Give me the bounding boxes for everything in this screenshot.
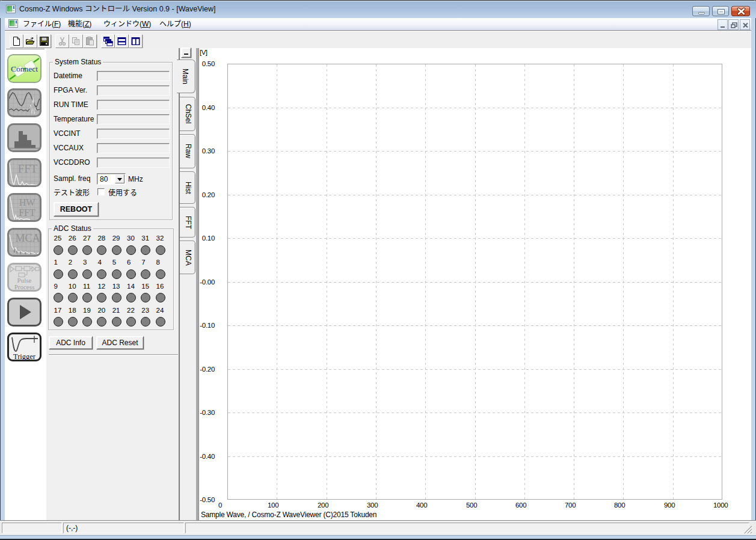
pulse-label-line2: Process (14, 283, 35, 290)
menu-window-close: ) (149, 20, 151, 28)
hw-fft-button[interactable]: HW FFT (7, 193, 41, 222)
close-button[interactable] (731, 6, 750, 16)
tab-mca[interactable]: MCA (180, 241, 195, 274)
hw-text: HW (19, 197, 36, 207)
menu-help-close: ) (189, 20, 191, 28)
y-tick-label: -0.40 (187, 453, 215, 460)
adc-channel-label: 8 (156, 259, 160, 266)
trigger-button[interactable]: Trigger (7, 333, 41, 361)
adc-channel-label: 19 (83, 307, 91, 314)
vccddro-label: VCCDDRO (54, 158, 90, 168)
paste-button[interactable] (83, 34, 97, 48)
adc-channel-label: 30 (127, 235, 135, 242)
tile-horizontal-icon (117, 36, 127, 46)
sampl-freq-combobox[interactable]: 80 (97, 173, 126, 185)
menu-function-label: 機能( (68, 20, 85, 28)
minimize-button[interactable] (692, 6, 710, 16)
x-tick-label: 200 (318, 502, 328, 509)
waveform-button[interactable] (7, 88, 41, 117)
tab-fft[interactable]: FFT (180, 207, 195, 238)
resize-grip-icon (743, 524, 752, 534)
adc-channel-label: 13 (112, 283, 120, 290)
cut-button[interactable] (55, 34, 69, 48)
mca-button[interactable]: MCA (7, 228, 41, 257)
pulse-process-button[interactable]: PulseProcess (7, 263, 41, 292)
fpga-ver-label: FPGA Ver. (54, 85, 87, 96)
waveform-icon (9, 90, 40, 115)
pulse-process-label: PulseProcess (9, 277, 40, 290)
run-time-field[interactable] (97, 100, 170, 110)
histogram-button[interactable] (7, 123, 41, 152)
cascade-button[interactable] (101, 34, 115, 48)
fpga-ver-field[interactable] (97, 85, 170, 96)
adc-channel-indicator (82, 293, 92, 302)
y-tick-label: 0.20 (187, 191, 215, 198)
play-button[interactable] (7, 298, 41, 327)
tile-vertical-button[interactable] (129, 34, 143, 48)
y-tick-label: -0.20 (187, 366, 215, 373)
mdi-close-button[interactable] (740, 19, 750, 30)
tile-horizontal-button[interactable] (115, 34, 129, 48)
vccaux-field[interactable] (97, 143, 170, 153)
adc-channel-label: 6 (127, 259, 131, 266)
adc-channel-label: 14 (127, 283, 135, 290)
combo-dropdown-button[interactable] (115, 174, 124, 183)
resize-grip[interactable] (743, 524, 752, 536)
adc-channel-label: 18 (69, 307, 76, 314)
open-button[interactable] (23, 34, 37, 48)
hw-fft-text: FFT (19, 207, 35, 218)
reboot-button[interactable]: REBOOT (54, 202, 99, 216)
menu-function[interactable]: 機能(Z) (68, 18, 91, 30)
x-tick-label: 900 (664, 502, 675, 509)
adc-channel-label: 15 (141, 283, 149, 290)
y-tick-label: 0.30 (187, 147, 215, 155)
window-border-right (751, 18, 756, 535)
y-tick-label: 0.40 (187, 104, 215, 111)
vccddro-field[interactable] (97, 158, 170, 168)
window-border-left (0, 18, 5, 535)
tab-hist[interactable]: Hist (180, 171, 195, 204)
menu-file[interactable]: ファイル(F) (23, 18, 61, 30)
app-icon[interactable] (6, 4, 16, 14)
sampl-freq-value: 80 (100, 175, 108, 183)
temperature-field[interactable] (97, 114, 170, 124)
new-button[interactable] (10, 34, 23, 48)
vccint-field[interactable] (97, 129, 170, 139)
v-gridline (277, 64, 277, 499)
test-wave-checkbox[interactable] (97, 188, 105, 195)
tab-chsel[interactable]: ChSel (180, 97, 195, 131)
y-tick-label: 0.50 (187, 60, 215, 67)
adc-channel-label: 29 (112, 235, 120, 242)
adc-info-button[interactable]: ADC Info (49, 336, 93, 349)
maximize-button[interactable] (712, 6, 729, 16)
copy-documents-icon (71, 36, 81, 46)
connect-button[interactable]: Connect (7, 54, 41, 83)
cursor-coords: (-,-) (66, 524, 78, 532)
mdi-restore-button[interactable] (728, 19, 739, 30)
save-button[interactable] (37, 34, 51, 48)
adc-reset-button[interactable]: ADC Reset (96, 336, 144, 349)
datetime-field[interactable] (97, 71, 170, 81)
app-window: Cosmo-Z Windows コントロール Version 0.9 - [Wa… (0, 0, 756, 540)
mdi-close-icon (740, 20, 751, 31)
adc-channel-indicator (54, 293, 63, 302)
status-pane-3 (185, 523, 749, 533)
y-tick-label: 0.10 (187, 235, 215, 242)
adc-channel-indicator (126, 245, 136, 255)
mdi-document-icon[interactable] (8, 19, 18, 28)
tab-chsel-label: ChSel (183, 97, 192, 130)
adc-channel-label: 20 (97, 307, 105, 314)
y-axis-unit: [V] (200, 49, 207, 56)
mdi-restore-icon (729, 20, 739, 31)
adc-channel-indicator (112, 293, 121, 302)
mdi-minimize-button[interactable] (718, 19, 728, 30)
fft-button[interactable]: FFT (7, 158, 41, 187)
copy-button[interactable] (69, 34, 83, 48)
menu-help[interactable]: ヘルプ(H) (159, 18, 191, 30)
menu-window[interactable]: ウィンドウ(W) (103, 18, 151, 30)
datetime-label: Datetime (54, 71, 82, 81)
collapse-dash-icon (184, 54, 188, 55)
menu-function-close: ) (89, 20, 91, 28)
adc-channel-label: 2 (69, 259, 72, 266)
panel-collapse-button[interactable] (181, 48, 191, 58)
